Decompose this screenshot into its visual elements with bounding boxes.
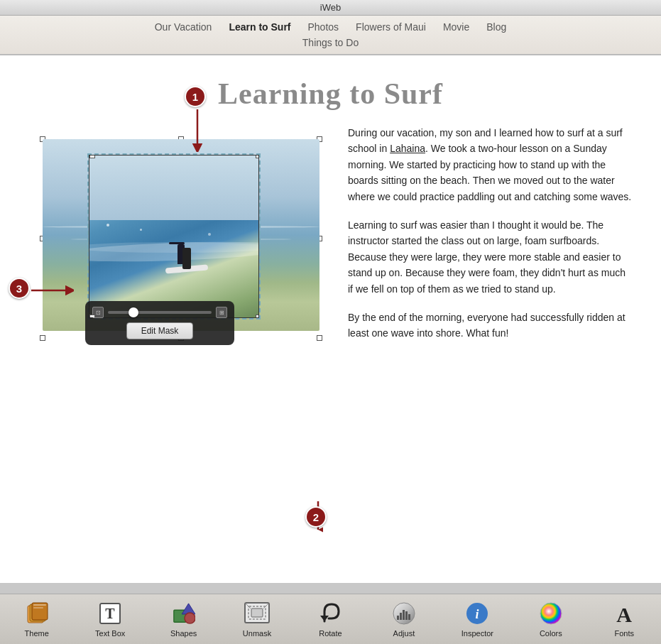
toolbar-shapes[interactable]: Shapes [147,595,220,643]
inner-handle-tr [256,155,259,158]
nav-item-flowers[interactable]: Flowers of Maui [356,21,426,33]
content-layout: 1 3 [0,125,661,369]
svg-rect-26 [405,611,408,620]
colors-icon [538,601,564,626]
rotate-icon-svg [319,601,342,626]
arrow-1 [192,109,202,152]
rotate-icon [317,601,343,626]
title-bar: iWeb [0,0,661,16]
handle-br [317,335,322,341]
textbox-icon: T [97,601,123,626]
arrow-3 [31,285,74,295]
shapes-label: Shapes [170,629,197,638]
inspector-icon-svg: i [465,601,489,626]
edit-mask-button[interactable]: Edit Mask [126,322,194,339]
inner-masked-image[interactable] [89,155,259,318]
nav-row-1: Our Vacation Learn to Surf Photos Flower… [0,21,661,37]
inspector-label: Inspector [461,629,493,638]
inner-handle-mr [256,317,259,318]
nav-item-movie[interactable]: Movie [443,21,469,33]
fonts-icon: A [611,601,637,626]
adjust-icon [391,601,417,626]
unmask-icon-svg [244,602,270,625]
svg-point-30 [540,603,562,624]
edit-mask-toolbar: ⊡ ⊞ Edit Mask [85,301,234,345]
outer-image-frame[interactable]: ⊡ ⊞ Edit Mask [43,139,319,338]
toolbar-theme[interactable]: Theme [0,595,73,643]
paragraph-1: During our vacation, my son and I learne… [348,125,633,204]
app-title: iWeb [320,2,341,13]
colors-icon-svg [539,601,563,626]
callout-3-badge: 3 [9,278,30,299]
adjust-label: Adjust [393,629,415,638]
toolbar-unmask[interactable]: Unmask [220,595,293,643]
svg-rect-25 [403,610,405,620]
handle-bl [40,335,45,341]
nav-divider [0,54,661,55]
page-title: Learning to Surf [0,55,661,125]
svg-rect-10 [33,607,43,608]
mask-slider-row: ⊡ ⊞ [92,307,227,318]
shapes-icon-svg [173,602,195,625]
theme-label: Theme [25,629,49,638]
fonts-icon-svg: A [612,601,636,626]
svg-rect-27 [408,614,410,620]
surf-photo [89,155,258,317]
textbox-icon-svg: T [99,602,121,625]
lahaina-link: Lahaina [390,143,425,154]
toolbar-colors[interactable]: Colors [514,595,587,643]
textbox-label: Text Box [95,629,125,638]
text-content: During our vacation, my son and I learne… [348,125,633,354]
nav-item-todo[interactable]: Things to Do [302,37,359,48]
callout-1-badge: 1 [185,86,206,107]
paragraph-2: Learning to surf was easier than I thoug… [348,217,633,297]
nav-item-blog[interactable]: Blog [486,21,506,33]
image-area: 1 3 [43,125,327,354]
bottom-toolbar: Theme T Text Box Shapes [0,594,661,644]
unmask-label: Unmask [243,629,271,638]
inner-handle-br [256,315,259,318]
rotate-label: Rotate [319,629,342,638]
nav-bar: Our Vacation Learn to Surf Photos Flower… [0,16,661,55]
slider-icon-right: ⊞ [216,307,227,318]
inspector-icon: i [464,601,490,626]
toolbar-fonts[interactable]: A Fonts [588,595,661,643]
nav-item-photos[interactable]: Photos [308,21,339,33]
svg-text:T: T [105,606,115,621]
mask-slider-thumb[interactable] [129,307,138,317]
paragraph-3: By the end of the morning, everyone had … [348,310,633,342]
mask-slider-track[interactable] [108,311,212,314]
toolbar-textbox[interactable]: T Text Box [73,595,146,643]
svg-marker-21 [320,616,329,621]
svg-text:i: i [476,607,479,621]
nav-row-2: Things to Do [0,37,661,54]
callout-2-badge: 2 [305,506,327,528]
svg-text:A: A [616,603,632,626]
theme-icon [24,601,50,626]
colors-label: Colors [540,629,562,638]
toolbar-inspector[interactable]: i Inspector [441,595,514,643]
toolbar-adjust[interactable]: Adjust [367,595,440,643]
surfboard [165,265,208,274]
svg-rect-9 [33,604,46,606]
svg-point-15 [185,613,195,623]
svg-rect-23 [397,616,399,620]
main-content: Learning to Surf 1 3 [0,55,661,583]
adjust-icon-svg [392,601,416,626]
unmask-icon [244,601,270,626]
shapes-icon [171,601,197,626]
fonts-label: Fonts [614,629,634,638]
inner-handle-tm [89,155,95,158]
theme-icon-svg [25,601,49,626]
svg-rect-18 [251,608,263,617]
nav-item-surf[interactable]: Learn to Surf [229,21,290,33]
toolbar-rotate[interactable]: Rotate [294,595,367,643]
svg-rect-24 [400,613,402,620]
nav-item-vacation[interactable]: Our Vacation [155,21,212,33]
